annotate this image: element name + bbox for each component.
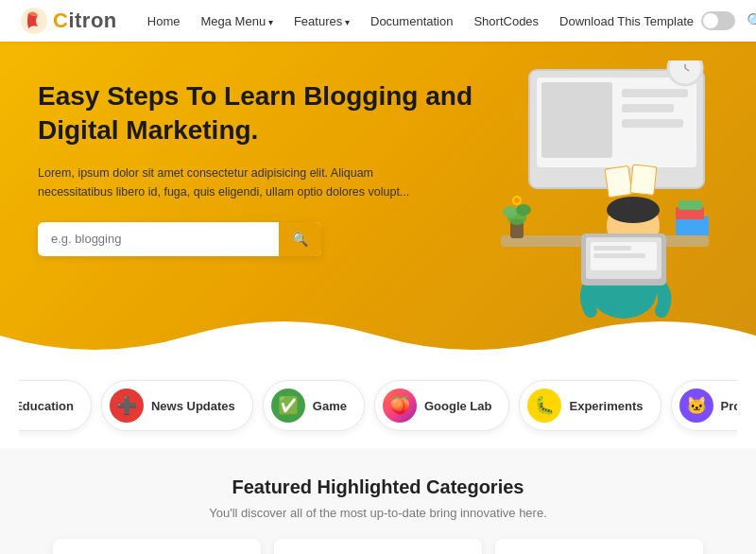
nav-home[interactable]: Home	[140, 10, 188, 32]
hero-search-input[interactable]	[38, 222, 279, 255]
featured-section: Featured Highlighted Categories You'll d…	[0, 448, 756, 554]
hero-svg	[444, 61, 728, 335]
logo-icon	[19, 6, 49, 36]
dark-mode-toggle[interactable]	[701, 11, 735, 30]
wave-divider	[0, 307, 756, 363]
svg-point-26	[514, 198, 520, 203]
category-google-lab[interactable]: 🍑 Google Lab	[374, 380, 510, 431]
news-label: News Updates	[151, 399, 235, 413]
featured-card-3[interactable]	[495, 539, 703, 554]
hero-search-button[interactable]: 🔍	[279, 222, 321, 256]
svg-rect-20	[593, 253, 645, 258]
nav-download[interactable]: Download This Template	[552, 10, 701, 32]
nav-mega-menu[interactable]: Mega Menu	[193, 10, 280, 32]
category-news-updates[interactable]: ➕ News Updates	[101, 380, 253, 431]
experiments-label: Experiments	[569, 399, 643, 413]
google-lab-label: Google Lab	[424, 399, 492, 413]
products-label: Products	[721, 399, 737, 413]
category-experiments[interactable]: 🐛 Experiments	[519, 380, 661, 431]
products-icon: 🐱	[679, 389, 713, 423]
logo[interactable]: Citron	[19, 6, 117, 36]
nav-links: Home Mega Menu Features Documentation Sh…	[140, 10, 701, 32]
toggle-knob	[703, 13, 718, 28]
featured-cards	[19, 539, 737, 554]
featured-title: Featured Highlighted Categories	[19, 476, 737, 498]
navbar: Citron Home Mega Menu Features Documenta…	[0, 0, 756, 42]
search-icon[interactable]: 🔍	[747, 12, 756, 30]
category-game[interactable]: ✅ Game	[263, 380, 365, 431]
categories-section: 💻 Education ➕ News Updates ✅ Game 🍑 Goog…	[0, 363, 756, 448]
svg-rect-11	[630, 164, 657, 195]
hero-search-bar: 🔍	[38, 222, 321, 256]
hero-description: Lorem, ipsum dolor sit amet consectetur …	[38, 164, 435, 201]
experiments-icon: 🐛	[527, 389, 561, 423]
game-icon: ✅	[271, 389, 305, 423]
featured-subtitle: You'll discover all of the most up-to-da…	[19, 506, 737, 520]
svg-point-7	[668, 61, 702, 85]
svg-rect-19	[593, 246, 631, 251]
svg-rect-3	[541, 82, 612, 158]
nav-documentation[interactable]: Documentation	[363, 10, 460, 32]
category-products[interactable]: 🐱 Products	[671, 380, 737, 431]
svg-point-15	[607, 197, 660, 223]
featured-card-2[interactable]	[274, 539, 482, 554]
svg-rect-4	[622, 89, 688, 97]
nav-features[interactable]: Features	[286, 10, 357, 32]
featured-card-1[interactable]	[53, 539, 261, 554]
svg-rect-10	[605, 166, 632, 198]
svg-point-23	[503, 206, 518, 217]
category-education[interactable]: 💻 Education	[19, 380, 92, 431]
category-pills: 💻 Education ➕ News Updates ✅ Game 🍑 Goog…	[19, 363, 737, 448]
hero-title: Easy Steps To Learn Blogging and Digital…	[38, 79, 472, 148]
game-label: Game	[313, 399, 347, 413]
svg-rect-29	[679, 200, 702, 210]
svg-rect-5	[622, 104, 674, 113]
svg-rect-6	[622, 119, 683, 128]
hero-illustration	[444, 61, 728, 335]
news-icon: ➕	[110, 389, 144, 423]
logo-text: Citron	[53, 9, 117, 33]
hero-section: Easy Steps To Learn Blogging and Digital…	[0, 42, 756, 363]
nav-shortcodes[interactable]: ShortCodes	[466, 10, 546, 32]
google-lab-icon: 🍑	[383, 389, 417, 423]
education-label: Education	[19, 399, 74, 413]
nav-right: 🔍	[701, 11, 756, 30]
hero-content: Easy Steps To Learn Blogging and Digital…	[38, 79, 472, 256]
svg-point-24	[516, 204, 531, 216]
